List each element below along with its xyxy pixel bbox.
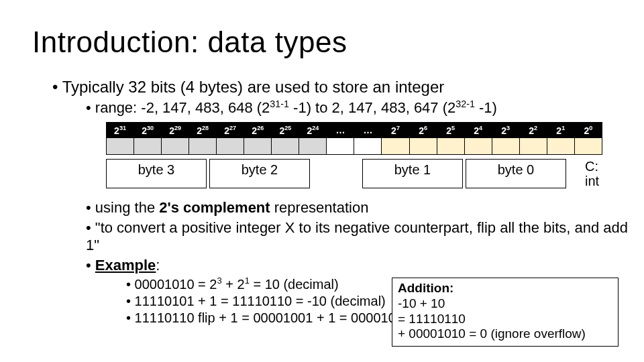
- bit-cell: [217, 138, 244, 155]
- bit-cell: [107, 138, 134, 155]
- bit-h-2: 22: [519, 123, 547, 138]
- byte-label-row: byte 3 byte 2 byte 1 byte 0 C:int: [106, 159, 602, 188]
- bit-h-5: 25: [437, 123, 464, 138]
- bit-cells-row: [107, 138, 602, 155]
- bullet-l1-32bits: Typically 32 bits (4 bytes) are used to …: [52, 78, 644, 97]
- bit-h-3: 23: [492, 123, 519, 138]
- bit-cell: [492, 138, 519, 155]
- bit-table: 231 230 229 228 227 226 225 224 … … 27 2…: [106, 122, 602, 188]
- bit-h-6: 26: [409, 123, 437, 138]
- range-mid: -1) to 2, 147, 483, 647 (2: [289, 99, 455, 116]
- bullet-l2-convert: "to convert a positive integer X to its …: [86, 219, 644, 254]
- addition-l2: = 11110110: [398, 312, 612, 327]
- bit-h-27: 227: [217, 123, 244, 138]
- bit-h-31: 231: [107, 123, 134, 138]
- range-post: -1): [475, 99, 497, 116]
- bit-h-4: 24: [464, 123, 492, 138]
- bit-h-26: 226: [244, 123, 272, 138]
- bit-header-row: 231 230 229 228 227 226 225 224 … … 27 2…: [107, 123, 602, 138]
- bit-h-24: 224: [299, 123, 327, 138]
- bit-cell: [134, 138, 162, 155]
- bit-cell: [299, 138, 327, 155]
- bit-cell: [574, 138, 602, 155]
- bit-cell: [464, 138, 492, 155]
- byte2-label: byte 2: [209, 159, 310, 188]
- bit-h-1: 21: [547, 123, 574, 138]
- bullet-l2-twos-comp: using the 2's complement representation: [86, 199, 644, 217]
- bullet-l2-example: Example:: [86, 257, 644, 274]
- bit-cell: [189, 138, 217, 155]
- bit-cell: [547, 138, 574, 155]
- bit-cell: [272, 138, 299, 155]
- bit-cell: [244, 138, 272, 155]
- bit-cell: [162, 138, 189, 155]
- byte0-label: byte 0: [466, 159, 566, 188]
- range-pre: range: -2, 147, 483, 648 (2: [95, 99, 270, 116]
- bit-h-28: 228: [189, 123, 217, 138]
- range-sup1: 31-1: [270, 99, 289, 109]
- bit-h-30: 230: [134, 123, 162, 138]
- slide-title: Introduction: data types: [32, 25, 644, 59]
- bit-h-25: 225: [272, 123, 299, 138]
- bit-h-29: 229: [162, 123, 189, 138]
- range-sup2: 32-1: [455, 99, 475, 109]
- bullet-l2-range: range: -2, 147, 483, 648 (231-1 -1) to 2…: [86, 99, 644, 117]
- addition-l3: + 00001010 = 0 (ignore overflow): [398, 326, 612, 342]
- bit-h-ell2: …: [354, 123, 382, 138]
- addition-l1: -10 + 10: [398, 296, 612, 312]
- bit-h-0: 20: [574, 123, 602, 138]
- byte-gap: [313, 159, 362, 188]
- bit-h-ell1: …: [327, 123, 354, 138]
- byte3-label: byte 3: [106, 159, 207, 188]
- bit-cell: [327, 138, 354, 155]
- bit-cell: [354, 138, 382, 155]
- bit-h-7: 27: [382, 123, 409, 138]
- bit-cell: [519, 138, 547, 155]
- c-int-label: C:int: [585, 159, 599, 188]
- bit-cell: [409, 138, 437, 155]
- addition-title: Addition:: [398, 281, 612, 296]
- bit-cell: [382, 138, 409, 155]
- addition-box: Addition: -10 + 10 = 11110110 + 00001010…: [392, 278, 619, 347]
- bit-cell: [437, 138, 464, 155]
- byte1-label: byte 1: [362, 159, 463, 188]
